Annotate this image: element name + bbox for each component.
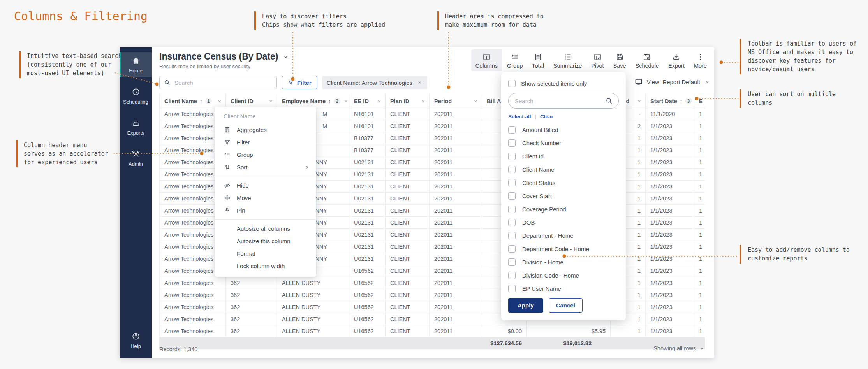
chevron-down-icon[interactable] (420, 98, 426, 104)
panel-item[interactable]: Division - Home (508, 255, 619, 269)
table-cell: Arrow Technologies (160, 289, 226, 301)
column-header-start-date[interactable]: Start Date ↑ 3 (646, 94, 694, 108)
menu-item-format[interactable]: Format (215, 247, 316, 260)
table-row[interactable]: Arrow Technologies362ALLEN DUSTYU16562CL… (159, 325, 705, 337)
search-box[interactable] (159, 76, 277, 89)
checkbox[interactable] (508, 153, 516, 160)
sidebar-item-exports[interactable]: Exports (120, 114, 152, 139)
panel-item[interactable]: Division Code - Home (508, 269, 619, 282)
chevron-down-icon (699, 346, 705, 351)
toolbar-export-button[interactable]: Export (664, 49, 689, 71)
chevron-down-icon[interactable] (268, 98, 274, 104)
menu-item-move[interactable]: Move (215, 192, 316, 204)
checkbox[interactable] (508, 245, 516, 253)
menu-item-label: Hide (237, 182, 249, 189)
sidebar-item-scheduling[interactable]: Scheduling (120, 83, 152, 108)
menu-item-aggregates[interactable]: Aggregates (215, 123, 316, 136)
sidebar-item-help[interactable]: Help (120, 328, 152, 353)
column-header-client-id[interactable]: Client ID (226, 94, 277, 108)
search-input[interactable] (174, 79, 273, 86)
menu-item-sort[interactable]: Sort (215, 161, 316, 173)
sidebar-item-home[interactable]: Home (120, 52, 152, 77)
chevron-down-icon[interactable] (473, 98, 479, 104)
filter-button[interactable]: Filter (282, 76, 317, 89)
chevron-down-icon[interactable] (636, 98, 642, 104)
filter-chip[interactable]: Client Name: Arrow Technologies (322, 76, 428, 89)
table-cell: 1/1/2023 (646, 229, 694, 241)
cancel-button[interactable]: Cancel (549, 298, 583, 313)
table-cell: U02131 (349, 241, 386, 253)
panel-item[interactable]: Client Status (508, 176, 619, 189)
menu-item-hide[interactable]: Hide (215, 179, 316, 192)
panel-search-box[interactable] (508, 93, 619, 109)
menu-item-autosize-all[interactable]: Autosize all columns (215, 222, 316, 235)
panel-item[interactable]: Client Id (508, 149, 619, 163)
menu-item-lock-width[interactable]: Lock column width (215, 260, 316, 272)
table-cell: 1 (694, 169, 705, 180)
panel-item[interactable]: EP User Name (508, 282, 619, 295)
panel-item[interactable]: Cover Start (508, 189, 619, 202)
report-title[interactable]: Insurance Census (By Date) (159, 51, 290, 62)
checkbox[interactable] (508, 179, 516, 186)
panel-item[interactable]: Coverage Period (508, 202, 619, 216)
checkbox[interactable] (508, 206, 516, 213)
chevron-down-icon[interactable] (343, 98, 349, 104)
chevron-down-icon[interactable] (217, 98, 222, 104)
checkbox[interactable] (508, 166, 516, 173)
column-header-plan-id[interactable]: Plan ID (386, 94, 430, 108)
chevron-down-icon[interactable] (282, 53, 290, 61)
panel-item[interactable]: Amount Billed (508, 123, 619, 136)
sidebar-item-admin[interactable]: Admin (120, 146, 152, 170)
tools-icon (131, 149, 141, 159)
checkbox[interactable] (508, 126, 516, 134)
checkbox[interactable] (508, 258, 516, 266)
showing-rows-selector[interactable]: Showing all rows (653, 345, 705, 351)
toolbar-more-button[interactable]: More (690, 49, 711, 71)
panel-item[interactable]: Check Number (508, 136, 619, 149)
column-header-ee-id[interactable]: EE ID (349, 94, 386, 108)
checkbox[interactable] (508, 285, 516, 292)
toolbar-pivot-button[interactable]: Pivot (587, 49, 608, 71)
search-row: Filter Client Name: Arrow Technologies (159, 76, 427, 89)
show-selected-row[interactable]: Show selected items only (508, 80, 619, 87)
panel-search-input[interactable] (514, 97, 605, 105)
checkbox[interactable] (508, 272, 516, 279)
toolbar-save-button[interactable]: Save (609, 49, 630, 71)
menu-item-filter[interactable]: Filter (215, 136, 316, 148)
table-cell: ALLEN DUSTY (277, 277, 349, 289)
table-cell: 1/1/2023 (646, 205, 694, 216)
checkbox[interactable] (508, 232, 516, 239)
chevron-down-icon[interactable] (376, 98, 382, 104)
panel-item[interactable]: Department Code - Home (508, 242, 619, 255)
table-cell: U16562 (349, 313, 386, 325)
select-all-link[interactable]: Select all (508, 114, 531, 119)
column-header-client-name[interactable]: Client Name ↑ 1 (160, 94, 226, 108)
checkbox[interactable] (508, 139, 516, 147)
toolbar-schedule-button[interactable]: Schedule (631, 49, 663, 71)
panel-item[interactable]: Department - Home (508, 229, 619, 242)
clear-link[interactable]: Clear (540, 114, 553, 119)
checkbox[interactable] (508, 80, 516, 87)
menu-item-autosize-this[interactable]: Autosize this column (215, 235, 316, 247)
column-header-employee-name[interactable]: Employee Name ↑ 2 (277, 94, 349, 108)
column-header-clipped[interactable]: E (694, 94, 705, 108)
checkbox[interactable] (508, 219, 516, 226)
table-cell: 1/1/2023 (646, 253, 694, 265)
checkbox[interactable] (508, 192, 516, 200)
menu-item-pin[interactable]: Pin (215, 204, 316, 216)
panel-item-label: Department Code - Home (522, 246, 589, 252)
apply-button[interactable]: Apply (508, 298, 543, 313)
column-header-period[interactable]: Period (430, 94, 482, 108)
close-icon[interactable] (417, 80, 423, 85)
table-cell: U16562 (349, 325, 386, 337)
table-cell: CLIENT (386, 108, 430, 120)
toolbar-group-button[interactable]: Group (503, 49, 527, 71)
toolbar-columns-button[interactable]: Columns (471, 49, 502, 71)
panel-item[interactable]: Client Name (508, 163, 619, 176)
panel-item[interactable]: DOB (508, 216, 619, 229)
toolbar-summarize-button[interactable]: Summarize (549, 49, 586, 71)
view-selector[interactable]: View: Report Default (634, 77, 710, 86)
menu-item-group[interactable]: Group (215, 148, 316, 161)
menu-item-label: Pin (237, 207, 245, 214)
toolbar-total-button[interactable]: Total (528, 49, 548, 71)
